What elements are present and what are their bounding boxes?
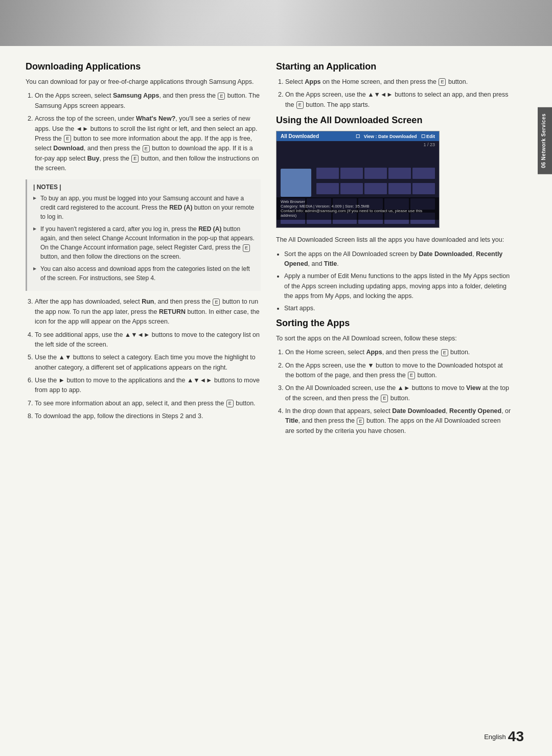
sort-step-3: On the All Downloaded screen, use the ▲►…	[285, 383, 511, 403]
sort-step-1: On the Home screen, select Apps, and the…	[285, 348, 511, 357]
app-thumb-r2c1	[316, 183, 339, 194]
all-downloaded-screen: All Downloaded ☐ View : Date Downloaded …	[276, 131, 440, 228]
notes-list: To buy an app, you must be logged into y…	[33, 194, 255, 283]
screen-count: 1 / 23	[277, 141, 439, 148]
app-thumb-r2c3	[364, 183, 387, 194]
step-8: To download the app, follow the directio…	[35, 411, 261, 421]
app-thumb-r1c1	[316, 168, 339, 179]
downloading-steps-part2: After the app has downloaded, select Run…	[26, 297, 261, 421]
side-tab-label: 06 Network Services	[538, 107, 552, 174]
notes-title: | NOTES |	[33, 184, 255, 191]
app-thumb-r1c3	[364, 168, 387, 179]
sort-step-4: In the drop down that appears, select Da…	[285, 406, 511, 436]
all-downloaded-desc: The All Downloaded Screen lists all the …	[276, 235, 511, 245]
step-7: To see more information about an app, se…	[35, 399, 261, 408]
downloading-steps-part1: On the Apps screen, select Samsung Apps,…	[26, 91, 261, 173]
notes-box: | NOTES | To buy an app, you must be log…	[26, 179, 261, 291]
app-name-label: Web Browser	[281, 199, 435, 204]
bullet-3: Start apps.	[284, 304, 511, 313]
step-6: Use the ► button to move to the applicat…	[35, 376, 261, 396]
app-thumb-r2c5	[412, 183, 435, 194]
step-2: Across the top of the screen, under What…	[35, 114, 261, 173]
app-thumb-r1c4	[388, 168, 411, 179]
sorting-apps-title: Sorting the Apps	[276, 318, 511, 329]
screen-info-bar: Web Browser Category: MEDIA | Version: 4…	[277, 197, 439, 220]
screen-all-downloaded-label: All Downloaded	[281, 133, 319, 139]
note-item-2: If you haven't registered a card, after …	[33, 224, 255, 261]
screen-view-label: View : Date Downloaded	[364, 134, 417, 139]
note-item-1: To buy an app, you must be logged into y…	[33, 194, 255, 221]
bullet-2: Apply a number of Edit Menu functions to…	[284, 271, 511, 301]
featured-app-thumb	[281, 169, 311, 197]
app-thumb-r1c2	[340, 168, 363, 179]
app-thumb-r2c4	[388, 183, 411, 194]
footer-english-label: English	[484, 733, 506, 741]
screen-edit-label: ☐ Edit	[421, 134, 435, 139]
app-grid-row2	[316, 183, 435, 194]
downloading-apps-title: Downloading Applications	[26, 61, 261, 72]
step-4: To see additional apps, use the ▲▼◄► but…	[35, 330, 261, 350]
step-5: Use the ▲▼ buttons to select a category.…	[35, 353, 261, 373]
app-contact: Contact Info: admin@samsung.com (If you …	[281, 209, 435, 218]
app-meta: Category: MEDIA | Version: 4.009 | Size:…	[281, 204, 435, 209]
starting-app-steps: Select Apps on the Home screen, and then…	[276, 77, 511, 110]
downloading-apps-intro: You can download for pay or free-of-char…	[26, 77, 261, 87]
footer-page-number: 43	[508, 728, 524, 745]
sorting-apps-intro: To sort the apps on the All Download scr…	[276, 334, 511, 343]
left-column: Downloading Applications You can downloa…	[26, 61, 261, 441]
screen-header-right: ☐ View : Date Downloaded ☐ Edit	[356, 134, 435, 139]
right-column: Starting an Application Select Apps on t…	[276, 61, 526, 441]
app-thumb-r2c2	[340, 183, 363, 194]
main-content: Downloading Applications You can downloa…	[0, 46, 552, 456]
step-1: On the Apps screen, select Samsung Apps,…	[35, 91, 261, 111]
start-step-1: Select Apps on the Home screen, and then…	[285, 77, 511, 87]
screen-header: All Downloaded ☐ View : Date Downloaded …	[277, 131, 439, 141]
app-grid-row1	[316, 168, 435, 179]
start-step-2: On the Apps screen, use the ▲▼◄► buttons…	[285, 90, 511, 110]
sorting-apps-steps: On the Home screen, select Apps, and the…	[276, 348, 511, 436]
app-thumb-r1c5	[412, 168, 435, 179]
step-3: After the app has downloaded, select Run…	[35, 297, 261, 327]
sort-step-2: On the Apps screen, use the ▼ button to …	[285, 361, 511, 381]
footer: English 43	[484, 728, 524, 745]
header-band	[0, 0, 552, 46]
screen-view-icon: ☐	[356, 134, 360, 139]
all-downloaded-title: Using the All Downloaded Screen	[276, 115, 511, 126]
bullet-1: Sort the apps on the All Downloaded scre…	[284, 249, 511, 269]
all-downloaded-bullets: Sort the apps on the All Downloaded scre…	[276, 249, 511, 314]
note-item-3: You can also access and download apps fr…	[33, 264, 255, 283]
starting-app-title: Starting an Application	[276, 61, 511, 72]
